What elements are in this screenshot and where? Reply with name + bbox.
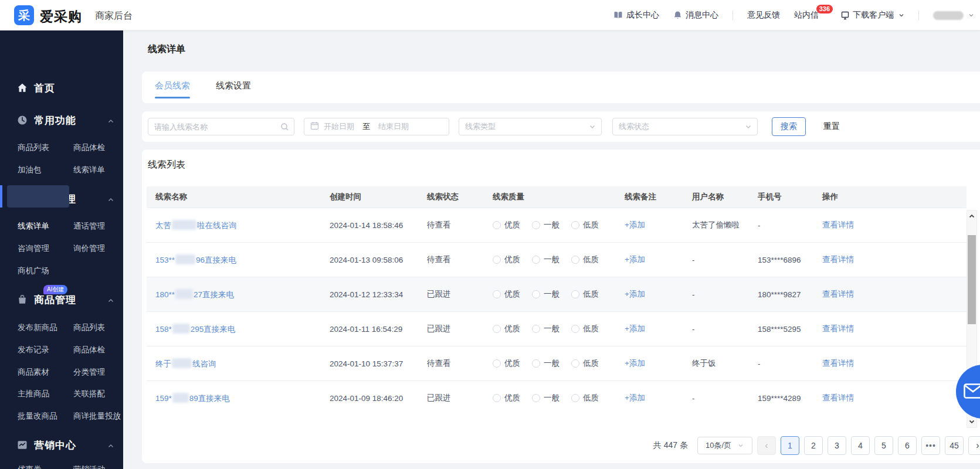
sidebar-item[interactable]: 主推商品	[18, 389, 49, 399]
sidebar-item[interactable]: 询价管理	[73, 243, 105, 254]
lead-name-link[interactable]: 153**96直接来电	[155, 256, 236, 264]
sidebar-item[interactable]: 发布记录	[18, 345, 49, 355]
page-button-5[interactable]: 5	[874, 436, 893, 455]
prev-page-button[interactable]: ‹	[757, 436, 776, 455]
sidebar-item[interactable]: 发布新商品	[18, 322, 57, 333]
sidebar-item[interactable]: 分类管理	[73, 367, 105, 378]
page-button-3[interactable]: 3	[828, 436, 846, 455]
message-center-link[interactable]: 消息中心	[673, 10, 718, 21]
quality-radio-high[interactable]: 优质	[493, 393, 520, 403]
sidebar-item[interactable]: 加油包	[18, 165, 42, 175]
view-details-link[interactable]: 查看详情	[822, 393, 854, 402]
sidebar-item[interactable]: 营销活动	[73, 464, 105, 469]
view-details-link[interactable]: 查看详情	[822, 220, 854, 229]
page-button-4[interactable]: 4	[851, 436, 870, 455]
quality-radio-normal[interactable]: 一般	[532, 324, 559, 334]
lead-type-select[interactable]: 线索类型	[459, 118, 602, 135]
view-details-link[interactable]: 查看详情	[822, 290, 854, 298]
tabs-card: 会员线索 线索设置	[142, 72, 980, 103]
scrollbar-thumb[interactable]	[968, 235, 976, 324]
add-remark-link[interactable]: +添加	[625, 393, 645, 402]
view-details-link[interactable]: 查看详情	[822, 255, 854, 264]
ai-create-badge: AI创建	[43, 285, 67, 294]
sidebar-section-products[interactable]: 商品管理	[0, 293, 123, 308]
lead-name-link[interactable]: 太苦啦在线咨询	[155, 221, 237, 230]
quality-radio-high[interactable]: 优质	[493, 358, 520, 369]
sidebar-item-lead-details-active[interactable]: 线索详单	[18, 221, 49, 232]
sidebar-item[interactable]: 关联搭配	[73, 389, 105, 399]
view-details-link[interactable]: 查看详情	[822, 324, 854, 333]
lead-name-link[interactable]: 180**27直接来电	[155, 290, 234, 299]
sidebar-section-marketing[interactable]: 营销中心	[0, 438, 123, 453]
lead-name-search-field[interactable]	[148, 118, 294, 135]
quality-radio-normal[interactable]: 一般	[532, 393, 559, 403]
sidebar-item[interactable]: 商品素材	[18, 367, 49, 378]
sidebar-item[interactable]: 通话管理	[73, 221, 105, 232]
quality-radio-high[interactable]: 优质	[493, 220, 520, 230]
sidebar-item[interactable]: 商品列表	[73, 322, 105, 333]
end-date-placeholder[interactable]: 结束日期	[378, 121, 409, 132]
lead-name-link[interactable]: 终于线咨询	[155, 359, 216, 368]
growth-center-link[interactable]: 成长中心	[613, 10, 659, 21]
search-button[interactable]: 搜索	[772, 117, 806, 136]
sidebar-section-common[interactable]: 常用功能	[0, 113, 123, 128]
view-details-link[interactable]: 查看详情	[822, 359, 854, 368]
next-page-button[interactable]: ›	[968, 436, 980, 455]
account-menu[interactable]	[933, 11, 974, 20]
add-remark-link[interactable]: +添加	[625, 255, 645, 264]
sidebar-item[interactable]: 商机广场	[18, 266, 49, 276]
chevron-up-icon	[107, 441, 114, 452]
sidebar-item[interactable]: 咨询管理	[18, 243, 49, 254]
quality-radio-normal[interactable]: 一般	[532, 254, 559, 265]
sidebar-item[interactable]: 商品列表	[18, 142, 49, 153]
table-title: 线索列表	[148, 159, 185, 171]
scroll-up-arrow[interactable]	[967, 210, 976, 222]
feedback-link[interactable]: 意见反馈	[747, 10, 780, 21]
add-remark-link[interactable]: +添加	[625, 359, 645, 368]
quality-radio-low[interactable]: 低质	[571, 324, 599, 334]
calendar-icon	[310, 121, 319, 132]
search-input[interactable]	[154, 123, 277, 131]
quality-radio-low[interactable]: 低质	[571, 220, 599, 230]
quality-radio-low[interactable]: 低质	[571, 393, 599, 403]
download-client-link[interactable]: 下载客户端	[841, 10, 904, 21]
tab-lead-settings[interactable]: 线索设置	[216, 80, 251, 98]
quality-radio-normal[interactable]: 一般	[532, 220, 559, 230]
sidebar-item[interactable]: 商品体检	[73, 142, 105, 153]
pagination: 共 447 条 10条/页 ‹ 1 2 3 4 5 6 ••• 45 ›	[653, 436, 980, 455]
tab-member-leads[interactable]: 会员线索	[155, 80, 190, 98]
quality-radio-low[interactable]: 低质	[571, 358, 599, 369]
quality-radio-high[interactable]: 优质	[493, 289, 520, 300]
sidebar-item[interactable]: 线索详单	[73, 165, 105, 175]
date-range-picker[interactable]: 开始日期 至 结束日期	[304, 118, 449, 135]
lead-status-select[interactable]: 线索状态	[612, 118, 758, 135]
sidebar-item[interactable]: 商详批量投放	[73, 411, 121, 422]
add-remark-link[interactable]: +添加	[625, 220, 645, 229]
quality-radio-low[interactable]: 低质	[571, 254, 599, 265]
sidebar-item[interactable]: 商品体检	[73, 345, 105, 355]
more-pages-button[interactable]: •••	[921, 436, 940, 455]
sidebar-submenu-row: 发布新商品 商品列表	[0, 322, 123, 335]
lead-name-link[interactable]: 158*295直接来电	[155, 325, 235, 334]
page-size-select[interactable]: 10条/页	[697, 437, 752, 454]
lead-name-link[interactable]: 159*89直接来电	[155, 394, 230, 403]
quality-radio-high[interactable]: 优质	[493, 324, 520, 334]
brand-logo-icon[interactable]: 采	[14, 5, 34, 25]
page-button-1[interactable]: 1	[781, 436, 799, 455]
quality-radio-high[interactable]: 优质	[493, 254, 520, 265]
start-date-placeholder[interactable]: 开始日期	[324, 121, 354, 132]
topbar: 采 爱采购 商家后台 成长中心 消息中心 意见反馈 站内信 336 下载客户端	[0, 0, 980, 30]
page-button-2[interactable]: 2	[804, 436, 823, 455]
quality-radio-low[interactable]: 低质	[571, 289, 599, 300]
quality-radio-normal[interactable]: 一般	[532, 289, 559, 300]
sidebar-item[interactable]: 优惠券	[18, 464, 42, 469]
add-remark-link[interactable]: +添加	[625, 324, 645, 333]
sidebar-item-home[interactable]: 首页	[0, 81, 123, 96]
page-button-45[interactable]: 45	[945, 436, 964, 455]
sidebar-item[interactable]: 批量改商品	[18, 411, 57, 422]
page-button-6[interactable]: 6	[898, 436, 917, 455]
site-mail-link[interactable]: 站内信 336	[794, 10, 819, 21]
add-remark-link[interactable]: +添加	[625, 290, 645, 298]
reset-button[interactable]: 重置	[823, 121, 840, 132]
quality-radio-normal[interactable]: 一般	[532, 358, 559, 369]
